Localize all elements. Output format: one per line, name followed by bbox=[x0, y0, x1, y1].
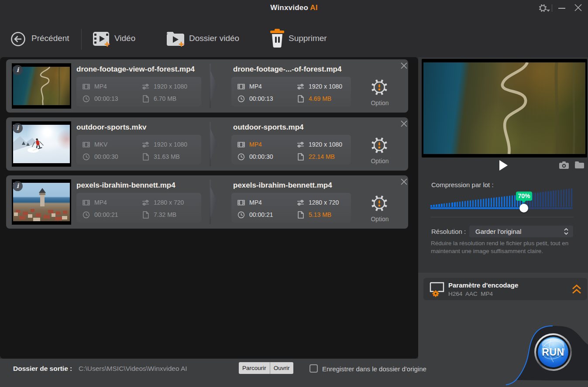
collapse-chevrons-icon[interactable] bbox=[571, 284, 582, 297]
plus-icon: + bbox=[179, 41, 184, 48]
output-buttons: Parcourir Ouvrir bbox=[239, 362, 293, 374]
source-info-panel: MP4 1280 x 720 00:00:21 7.32 MB bbox=[76, 193, 201, 223]
target-resolution: 1920 x 1080 bbox=[297, 81, 342, 92]
clock-icon bbox=[237, 211, 245, 219]
info-icon[interactable]: i bbox=[13, 181, 23, 191]
open-button[interactable]: Ouvrir bbox=[270, 362, 293, 374]
clock-icon bbox=[83, 211, 90, 219]
target-filename: drone-footage-...-of-forest.mp4 bbox=[233, 65, 341, 74]
resolution-icon bbox=[142, 199, 149, 206]
info-icon[interactable]: i bbox=[13, 123, 23, 133]
option-gear-icon[interactable] bbox=[370, 136, 389, 157]
source-resolution: 1280 x 720 bbox=[142, 197, 184, 208]
encode-codecs: H264 AAC MP4 bbox=[448, 291, 493, 297]
target-format: MP4 bbox=[237, 81, 262, 92]
settings-caret-icon[interactable] bbox=[547, 10, 550, 12]
source-filename: pexels-ibrahim-bennett.mp4 bbox=[76, 181, 175, 190]
source-format: MP4 bbox=[83, 197, 107, 208]
remove-file-icon[interactable] bbox=[401, 120, 407, 129]
source-info-panel: MKV 1920 x 1080 00:00:30 31.63 MB bbox=[76, 135, 201, 164]
convert-arrow-icon bbox=[210, 187, 217, 217]
option-label[interactable]: Option bbox=[364, 216, 395, 223]
close-button[interactable] bbox=[574, 3, 582, 14]
save-origin-label[interactable]: Enregistrer dans le dossier d'origine bbox=[322, 365, 426, 373]
file-row-2[interactable]: i outdoor-sports.mkv MKV 1920 x 1080 00:… bbox=[6, 117, 408, 171]
encode-monitor-icon bbox=[428, 280, 447, 300]
source-filename: drone-footage-view-of-forest.mp4 bbox=[76, 65, 195, 74]
open-folder-icon[interactable] bbox=[574, 161, 585, 171]
add-video-folder-icon[interactable]: + bbox=[166, 30, 185, 50]
compression-slider-handle[interactable] bbox=[519, 204, 528, 212]
snapshot-camera-icon[interactable] bbox=[559, 161, 569, 171]
source-size: 7.32 MB bbox=[142, 209, 176, 220]
source-format: MKV bbox=[83, 139, 107, 150]
source-filename: outdoor-sports.mkv bbox=[76, 123, 147, 132]
option-label[interactable]: Option bbox=[364, 158, 395, 164]
target-info-panel: MP4 1920 x 1080 00:00:30 22.14 MB bbox=[231, 135, 351, 164]
clock-icon bbox=[237, 95, 245, 103]
file-row-3[interactable]: i pexels-ibrahim-bennett.mp4 MP4 1280 x … bbox=[6, 175, 408, 229]
clock-icon bbox=[83, 95, 90, 103]
info-icon[interactable]: i bbox=[13, 65, 23, 75]
target-info-panel: MP4 1280 x 720 00:00:21 5.13 MB bbox=[231, 193, 351, 223]
file-icon bbox=[142, 153, 149, 161]
format-icon bbox=[83, 141, 90, 148]
save-origin-checkbox[interactable] bbox=[309, 364, 318, 373]
plus-icon: + bbox=[104, 41, 110, 48]
app-name: Winxvideo bbox=[270, 3, 308, 12]
encode-settings-header[interactable]: Paramètre d'encodage H264 AAC MP4 bbox=[423, 278, 587, 300]
target-size: 4.69 MB bbox=[297, 93, 331, 104]
source-format: MP4 bbox=[83, 81, 107, 92]
resolution-label: Résolution : bbox=[431, 228, 466, 235]
delete-button[interactable]: Supprimer bbox=[289, 34, 327, 43]
target-filename: outdoor-sports.mp4 bbox=[233, 123, 304, 132]
target-info-panel: MP4 1920 x 1080 00:00:13 4.69 MB bbox=[231, 77, 351, 106]
titlebar-separator bbox=[552, 4, 552, 12]
resolution-icon bbox=[142, 141, 149, 148]
file-row-1[interactable]: i drone-footage-view-of-forest.mp4 MP4 1… bbox=[6, 59, 408, 113]
delete-icon[interactable] bbox=[269, 28, 285, 51]
compression-slider-bars[interactable] bbox=[430, 188, 573, 207]
option-gear-icon[interactable] bbox=[370, 78, 389, 99]
remove-file-icon[interactable] bbox=[401, 178, 407, 187]
format-icon bbox=[237, 83, 245, 90]
format-icon bbox=[83, 83, 90, 90]
minimize-button[interactable] bbox=[558, 8, 565, 9]
source-duration: 00:00:13 bbox=[83, 93, 118, 104]
add-video-icon[interactable]: + bbox=[93, 31, 111, 50]
target-size: 22.14 MB bbox=[297, 151, 335, 162]
convert-arrow-icon bbox=[210, 71, 217, 101]
settings-gear-icon[interactable] bbox=[538, 3, 547, 14]
resolution-icon bbox=[297, 199, 304, 206]
source-resolution: 1920 x 1080 bbox=[142, 81, 187, 92]
clock-icon bbox=[237, 153, 245, 161]
play-button[interactable] bbox=[499, 160, 508, 171]
file-icon bbox=[142, 95, 149, 103]
resolution-icon bbox=[297, 141, 304, 148]
back-icon[interactable] bbox=[10, 31, 26, 48]
target-resolution: 1280 x 720 bbox=[297, 197, 339, 208]
format-icon bbox=[237, 199, 245, 206]
target-resolution: 1920 x 1080 bbox=[297, 139, 342, 150]
add-video-button[interactable]: Vidéo bbox=[114, 34, 135, 43]
video-preview[interactable] bbox=[422, 59, 587, 158]
back-button[interactable]: Précédent bbox=[31, 34, 69, 43]
target-format: MP4 bbox=[237, 197, 262, 208]
resolution-dropdown[interactable]: Garder l'original bbox=[469, 226, 573, 237]
option-label[interactable]: Option bbox=[364, 99, 395, 106]
browse-button[interactable]: Parcourir bbox=[239, 362, 270, 374]
target-duration: 00:00:21 bbox=[237, 209, 273, 220]
dropdown-chevrons-icon bbox=[564, 228, 569, 237]
file-list: i drone-footage-view-of-forest.mp4 MP4 1… bbox=[0, 57, 418, 359]
run-button-label[interactable]: RUN bbox=[538, 337, 568, 367]
output-folder-label: Dossier de sortie : bbox=[13, 365, 72, 373]
target-duration: 00:00:30 bbox=[237, 151, 273, 162]
remove-file-icon[interactable] bbox=[401, 62, 407, 71]
add-video-folder-button[interactable]: Dossier vidéo bbox=[189, 34, 239, 43]
clock-icon bbox=[83, 153, 90, 161]
source-info-panel: MP4 1920 x 1080 00:00:13 6.70 MB bbox=[76, 77, 201, 106]
option-gear-icon[interactable] bbox=[370, 194, 389, 215]
compression-slider-track[interactable] bbox=[430, 207, 573, 209]
file-icon bbox=[297, 211, 304, 219]
source-resolution: 1920 x 1080 bbox=[142, 139, 187, 150]
